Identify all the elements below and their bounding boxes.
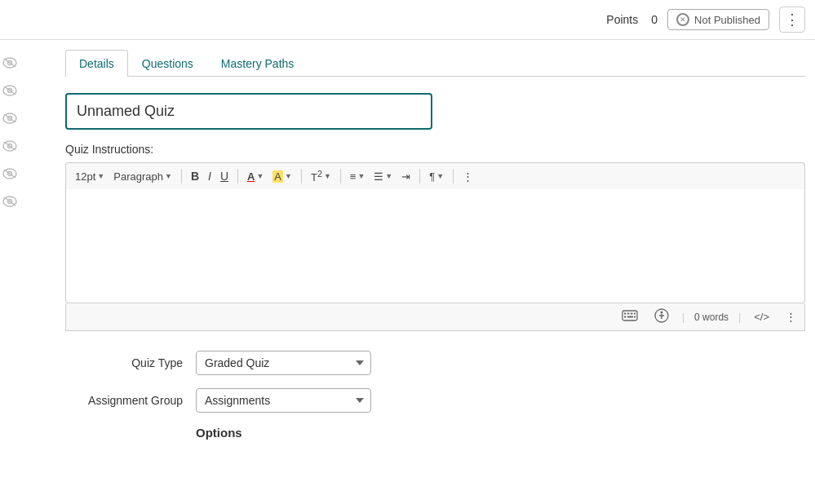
- indent-button[interactable]: ⇥: [397, 168, 414, 185]
- list-button[interactable]: ☰ ▼: [370, 168, 396, 185]
- svg-rect-25: [634, 316, 636, 318]
- toolbar-sep-3: [301, 169, 302, 183]
- toolbar-color-group: A ▼ A ▼: [243, 168, 296, 185]
- bold-button[interactable]: B: [187, 167, 203, 185]
- text-color-caret: ▼: [256, 172, 264, 180]
- statusbar-sep-2: |: [738, 312, 741, 323]
- statusbar-more-button[interactable]: ⋮: [782, 309, 799, 325]
- align-icon: ≡: [350, 170, 357, 183]
- keyboard-icon-button[interactable]: [618, 308, 641, 325]
- svg-line-11: [4, 142, 16, 150]
- text-color-button[interactable]: A ▼: [243, 168, 268, 185]
- toolbar-sep-4: [340, 169, 341, 183]
- form-section: Quiz Type Graded Quiz Practice Quiz Grad…: [65, 351, 805, 413]
- highlight-caret: ▼: [285, 172, 292, 180]
- statusbar-sep-1: |: [682, 312, 684, 323]
- toolbar-sep-5: [419, 169, 420, 183]
- superscript-button[interactable]: T2 ▼: [307, 166, 335, 186]
- toolbar-more-icon: ⋮: [463, 170, 473, 183]
- svg-rect-20: [627, 313, 630, 315]
- align-button[interactable]: ≡ ▼: [346, 168, 370, 185]
- highlight-label: A: [272, 170, 283, 183]
- toolbar-sep-6: [453, 169, 454, 183]
- assignment-group-label: Assignment Group: [65, 394, 196, 407]
- svg-rect-21: [631, 313, 633, 315]
- toolbar-fontsize-group: 12pt ▼ Paragraph ▼: [71, 168, 176, 185]
- toolbar-sep-1: [181, 169, 182, 183]
- toolbar-format-group: B I U: [187, 167, 233, 185]
- top-bar: Points 0 ✕ Not Published ⋮: [0, 0, 815, 40]
- toolbar-sep-2: [237, 169, 238, 183]
- rte-statusbar: | 0 words | </> ⋮: [65, 303, 805, 331]
- sidebar-icon-1[interactable]: [2, 57, 17, 72]
- html-view-button[interactable]: </>: [751, 309, 773, 325]
- rte-content-area[interactable]: [65, 189, 805, 303]
- sidebar-icon-5[interactable]: [2, 168, 17, 183]
- not-published-label: Not Published: [694, 14, 760, 26]
- sidebar-icon-6[interactable]: [2, 196, 17, 210]
- paragraph-style-button[interactable]: Paragraph ▼: [109, 168, 176, 185]
- instructions-label: Quiz Instructions:: [65, 143, 805, 156]
- svg-point-27: [660, 312, 662, 314]
- assignment-group-row: Assignment Group Assignments: [65, 388, 805, 413]
- quiz-type-select[interactable]: Graded Quiz Practice Quiz Graded Survey …: [196, 351, 371, 375]
- svg-line-8: [4, 114, 16, 122]
- tab-bar: Details Questions Mastery Paths: [65, 40, 805, 77]
- not-published-icon: ✕: [676, 13, 689, 26]
- svg-rect-22: [634, 313, 636, 315]
- word-count: 0 words: [694, 312, 729, 323]
- toolbar-dir-group: ¶ ▼: [425, 168, 448, 185]
- sidebar-icon-3[interactable]: [2, 113, 17, 127]
- italic-button[interactable]: I: [204, 167, 215, 185]
- toolbar-more-button[interactable]: ⋮: [458, 168, 477, 185]
- svg-line-17: [4, 197, 16, 206]
- main-content: Details Questions Mastery Paths Quiz Ins…: [20, 40, 815, 456]
- svg-line-5: [4, 86, 16, 95]
- svg-line-14: [4, 170, 16, 178]
- list-icon: ☰: [374, 170, 383, 183]
- indent-icon: ⇥: [401, 170, 410, 183]
- svg-rect-18: [622, 311, 637, 321]
- quiz-type-label: Quiz Type: [65, 356, 196, 369]
- font-size-caret: ▼: [97, 172, 104, 180]
- toolbar-super-group: T2 ▼: [307, 166, 335, 186]
- tab-details[interactable]: Details: [65, 50, 128, 77]
- text-dir-button[interactable]: ¶ ▼: [425, 168, 448, 185]
- superscript-label: T2: [311, 169, 322, 183]
- more-options-button[interactable]: ⋮: [779, 7, 805, 33]
- svg-rect-24: [627, 316, 633, 318]
- align-caret: ▼: [357, 172, 365, 180]
- underline-button[interactable]: U: [216, 167, 233, 185]
- not-published-button[interactable]: ✕ Not Published: [667, 9, 769, 30]
- svg-rect-19: [624, 313, 627, 315]
- points-label: Points: [606, 13, 638, 26]
- rte-toolbar: 12pt ▼ Paragraph ▼ B I U A ▼: [65, 162, 805, 189]
- highlight-button[interactable]: A ▼: [268, 168, 296, 185]
- more-options-icon: ⋮: [785, 11, 800, 29]
- assignment-group-select[interactable]: Assignments: [196, 388, 371, 413]
- left-sidebar: [0, 41, 20, 227]
- toolbar-align-group: ≡ ▼ ☰ ▼ ⇥: [346, 168, 414, 185]
- svg-line-2: [4, 59, 16, 67]
- tab-mastery-paths[interactable]: Mastery Paths: [207, 50, 308, 77]
- svg-rect-23: [624, 316, 627, 318]
- quiz-title-input[interactable]: [65, 93, 432, 130]
- sidebar-icon-2[interactable]: [2, 85, 17, 99]
- text-dir-caret: ▼: [436, 172, 444, 180]
- options-heading: Options: [196, 426, 805, 440]
- quiz-type-row: Quiz Type Graded Quiz Practice Quiz Grad…: [65, 351, 805, 375]
- text-color-label: A: [247, 170, 255, 183]
- points-value: 0: [651, 13, 658, 26]
- list-caret: ▼: [385, 172, 392, 180]
- tab-questions[interactable]: Questions: [128, 50, 207, 77]
- text-dir-icon: ¶: [429, 170, 435, 183]
- sidebar-icon-4[interactable]: [2, 140, 17, 155]
- superscript-caret: ▼: [324, 172, 331, 180]
- font-size-button[interactable]: 12pt ▼: [71, 168, 109, 185]
- paragraph-caret: ▼: [165, 172, 172, 180]
- accessibility-icon-button[interactable]: [651, 307, 672, 327]
